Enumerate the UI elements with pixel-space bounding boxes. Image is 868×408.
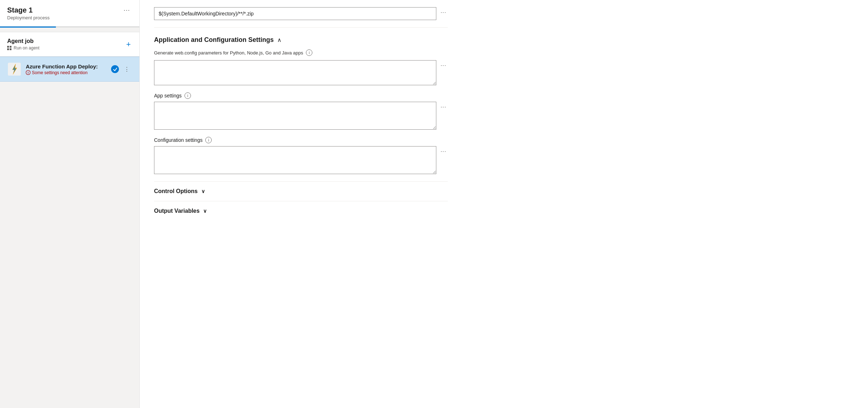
config-settings-label-text: Configuration settings [154, 137, 202, 143]
webconfig-info-icon[interactable]: i [306, 49, 312, 56]
webconfig-textarea-row: ··· [154, 60, 448, 85]
task-title: Azure Function App Deploy: [26, 63, 107, 69]
output-variables-title: Output Variables [154, 208, 200, 214]
app-config-section-header: Application and Configuration Settings ∧ [154, 28, 448, 49]
left-panel: Stage 1 Deployment process ··· Agent job… [0, 0, 140, 408]
config-settings-textarea[interactable] [154, 146, 436, 174]
task-warning: ! Some settings need attention [26, 70, 107, 75]
right-panel: ··· Application and Configuration Settin… [140, 0, 868, 408]
task-icon-wrapper [7, 62, 21, 76]
svg-rect-3 [10, 48, 11, 50]
webconfig-description: Generate web.config parameters for Pytho… [154, 49, 448, 57]
config-settings-info-icon[interactable]: i [205, 137, 212, 143]
agent-job-subtitle-text: Run on agent [14, 45, 39, 51]
app-config-chevron-button[interactable]: ∧ [277, 37, 282, 43]
add-task-button[interactable]: + [125, 40, 132, 49]
app-settings-label-text: App settings [154, 93, 182, 99]
task-warning-text: Some settings need attention [32, 70, 87, 75]
task-item[interactable]: Azure Function App Deploy: ! Some settin… [0, 57, 139, 82]
app-settings-label: App settings i [154, 92, 448, 99]
svg-rect-2 [7, 48, 9, 50]
svg-rect-1 [10, 46, 11, 48]
stage-info: Stage 1 Deployment process [7, 6, 50, 20]
stage-more-button[interactable]: ··· [121, 6, 132, 15]
progress-bar [0, 27, 139, 28]
webconfig-field-group: Generate web.config parameters for Pytho… [154, 49, 448, 85]
config-settings-field-group: Configuration settings i ··· [154, 137, 448, 174]
agent-job-info: Agent job Run on agent [7, 38, 39, 51]
webconfig-textarea[interactable] [154, 60, 436, 85]
azure-function-icon [8, 63, 21, 76]
stage-subtitle: Deployment process [7, 15, 50, 20]
task-actions: ⋮ [111, 65, 132, 73]
stage-header: Stage 1 Deployment process ··· [0, 0, 139, 27]
config-settings-more-button[interactable]: ··· [439, 148, 448, 155]
path-more-button[interactable]: ··· [439, 9, 448, 16]
webconfig-label-text: Generate web.config parameters for Pytho… [154, 49, 303, 57]
control-options-chevron: ∨ [201, 188, 205, 194]
app-settings-more-button[interactable]: ··· [439, 103, 448, 111]
task-info: Azure Function App Deploy: ! Some settin… [26, 63, 107, 75]
stage-title: Stage 1 [7, 6, 50, 14]
agent-job-title: Agent job [7, 38, 39, 44]
output-variables-toggle[interactable]: Output Variables ∨ [154, 208, 207, 214]
config-settings-label: Configuration settings i [154, 137, 448, 143]
grid-icon [7, 46, 12, 51]
agent-job-section: Agent job Run on agent + [0, 32, 139, 57]
agent-job-subtitle: Run on agent [7, 45, 39, 51]
app-config-title: Application and Configuration Settings ∧ [154, 36, 282, 44]
app-settings-textarea-row: ··· [154, 102, 448, 130]
task-check-icon [111, 65, 119, 73]
control-options-toggle[interactable]: Control Options ∨ [154, 188, 205, 195]
app-config-title-text: Application and Configuration Settings [154, 36, 274, 44]
task-more-button[interactable]: ⋮ [122, 65, 132, 73]
control-options-title: Control Options [154, 188, 198, 195]
svg-rect-0 [7, 46, 9, 48]
warning-icon: ! [26, 70, 30, 75]
right-panel-inner: ··· Application and Configuration Settin… [140, 0, 462, 235]
app-settings-textarea[interactable] [154, 102, 436, 130]
app-settings-info-icon[interactable]: i [184, 92, 191, 99]
path-input-row: ··· [154, 0, 448, 28]
app-settings-field-group: App settings i ··· [154, 92, 448, 130]
path-input[interactable] [154, 7, 436, 20]
webconfig-more-button[interactable]: ··· [439, 62, 448, 69]
output-variables-chevron: ∨ [203, 208, 207, 214]
svg-text:!: ! [28, 71, 29, 75]
output-variables-section: Output Variables ∨ [154, 201, 448, 221]
control-options-section: Control Options ∨ [154, 181, 448, 201]
config-settings-textarea-row: ··· [154, 146, 448, 174]
